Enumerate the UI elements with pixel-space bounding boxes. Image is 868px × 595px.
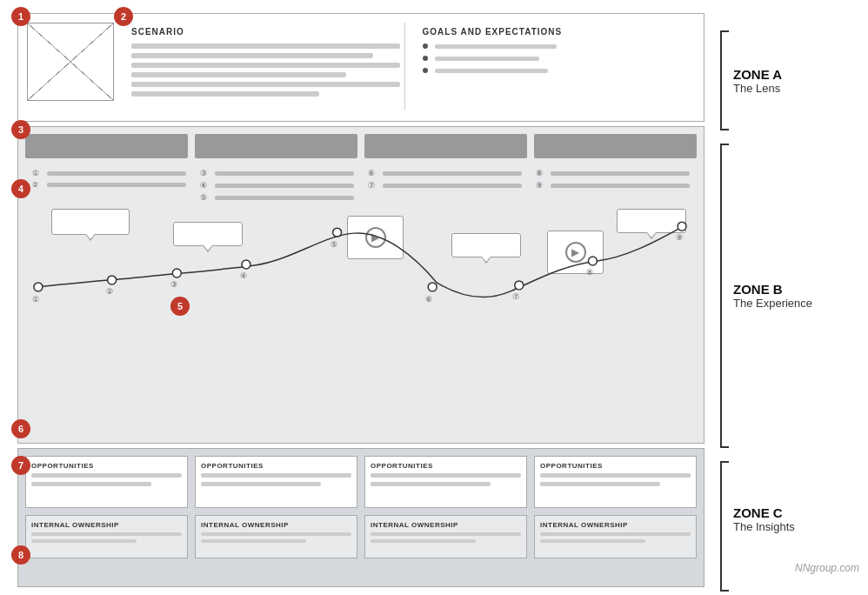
zone-c: 7 8 OPPORTUNITIES OPPORTUNITIES	[17, 448, 704, 587]
opportunity-card-2: OPPORTUNITIES	[195, 456, 357, 508]
zone-a-content: SCENARIO GOALS AND EXPECTATIONS	[18, 14, 704, 118]
bracket-top-c	[720, 461, 729, 463]
bullet-line	[423, 43, 691, 49]
zone-c-label-area: ZONE C The Insights	[720, 457, 868, 595]
bracket-line-b	[720, 144, 722, 448]
opportunity-card-1: OPPORTUNITIES	[25, 456, 188, 508]
item-num: ⑤	[200, 193, 210, 202]
ownership-line	[31, 532, 182, 536]
bracket-bottom-c	[720, 590, 729, 592]
goals-bullets	[423, 43, 691, 73]
journey-label-2: ②	[106, 287, 113, 296]
zone-a-title: ZONE A	[733, 67, 782, 82]
zone-a: 1 2 SCENARIO GOALS AND EXPECTATION	[17, 13, 704, 122]
main-container: 1 2 SCENARIO GOALS AND EXPECTATION	[17, 13, 704, 578]
phase-col-4: ⑧ ⑨	[529, 165, 697, 209]
opp-line	[201, 482, 321, 486]
item-num: ④	[200, 181, 210, 190]
opp-lines	[201, 473, 351, 486]
opp-line	[371, 473, 521, 478]
text-line	[131, 53, 373, 58]
opp-lines	[540, 473, 691, 486]
opp-line	[201, 473, 351, 478]
bracket-line-c	[720, 461, 722, 592]
ownership-lines	[31, 532, 182, 543]
text-line	[131, 82, 400, 87]
phase-item: ⑦	[368, 181, 522, 190]
opp-lines	[31, 473, 182, 486]
ownership-line	[201, 532, 351, 536]
item-line	[215, 196, 354, 200]
opportunity-card-3: OPPORTUNITIES	[364, 456, 527, 508]
goal-line	[435, 57, 539, 61]
ownership-line	[540, 539, 645, 543]
ownership-line	[371, 539, 476, 543]
item-line	[551, 171, 690, 176]
item-num: ②	[32, 181, 43, 189]
journey-point-5	[333, 228, 342, 237]
zone-b-sublabel: The Experience	[733, 297, 812, 310]
text-line	[131, 72, 346, 77]
ownership-line	[540, 532, 691, 536]
journey-label-9: ⑨	[676, 233, 683, 242]
badge-7: 7	[11, 456, 30, 475]
goal-line	[435, 69, 548, 73]
phase-item: ⑧	[536, 169, 690, 177]
phase-item: ①	[32, 169, 186, 177]
opportunity-card-4: OPPORTUNITIES	[534, 456, 697, 508]
ownership-lines	[371, 532, 521, 543]
zone-c-content: OPPORTUNITIES OPPORTUNITIES OPPORTUNITIE…	[18, 449, 704, 565]
item-num: ⑥	[368, 169, 378, 177]
item-line	[47, 183, 186, 187]
phase-header-2	[195, 134, 357, 158]
zone-c-label: ZONE C The Insights	[733, 505, 795, 533]
badge-5: 5	[170, 297, 190, 316]
opportunities-row: OPPORTUNITIES OPPORTUNITIES OPPORTUNITIE…	[25, 456, 697, 508]
item-num: ⑨	[536, 181, 546, 190]
journey-label-4: ④	[240, 271, 247, 280]
phase-col-2: ③ ④ ⑤	[193, 165, 361, 209]
bracket-top-a	[720, 30, 729, 32]
phase-header-3	[364, 134, 527, 158]
item-num: ①	[32, 169, 43, 177]
opp-line	[371, 482, 491, 486]
bullet-line	[423, 68, 691, 73]
bracket-line-a	[720, 30, 722, 130]
goals-title: GOALS AND EXPECTATIONS	[423, 27, 691, 37]
zone-a-label-area: ZONE A The Lens	[720, 26, 868, 135]
phase-item: ②	[32, 181, 186, 189]
ownership-card-4: INTERNAL OWNERSHIP	[534, 515, 697, 558]
opportunities-label-1: OPPORTUNITIES	[31, 462, 182, 470]
text-line	[131, 91, 319, 97]
journey-point-8	[588, 257, 597, 265]
phase-headers	[18, 127, 704, 165]
badge-3: 3	[11, 120, 30, 139]
bullet-dot	[423, 56, 428, 61]
zone-b-title: ZONE B	[733, 282, 812, 297]
bullet-dot	[423, 43, 428, 49]
opp-line	[540, 473, 691, 478]
badge-6: 6	[11, 419, 30, 438]
badge-4: 4	[11, 179, 30, 198]
bullet-dot	[423, 68, 428, 73]
journey-label-3: ③	[170, 280, 177, 289]
opp-line	[31, 482, 151, 486]
ownership-card-2: INTERNAL OWNERSHIP	[195, 515, 357, 558]
scenario-lines	[131, 43, 400, 97]
ownership-lines	[201, 532, 351, 543]
opp-lines	[371, 473, 521, 486]
journey-point-9	[678, 222, 686, 231]
goals-section: GOALS AND EXPECTATIONS	[418, 23, 696, 110]
item-num: ⑦	[368, 181, 378, 190]
wireframe-image	[27, 23, 114, 101]
zone-b-label: ZONE B The Experience	[733, 282, 812, 310]
zone-b: 3 4 5 6 ① ②	[17, 126, 704, 444]
opportunities-label-4: OPPORTUNITIES	[540, 462, 691, 470]
journey-label-7: ⑦	[512, 292, 519, 301]
journey-label-5: ⑤	[331, 240, 337, 249]
phase-item: ⑤	[200, 193, 354, 202]
ownership-label-2: INTERNAL OWNERSHIP	[201, 521, 351, 529]
ownership-label-1: INTERNAL OWNERSHIP	[31, 521, 182, 529]
opportunities-label-2: OPPORTUNITIES	[201, 462, 351, 470]
bracket-bottom-a	[720, 129, 729, 130]
